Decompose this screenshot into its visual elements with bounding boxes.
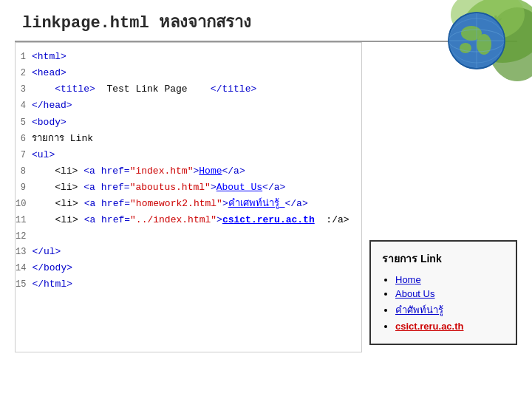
link-item[interactable]: csict.reru.ac.th [395,321,464,332]
code-line: 8 <li> <a href="index.htm">Home</a> [16,163,361,180]
code-line: 3 <title> Test Link Page </title> [16,81,361,98]
code-line: 6รายการ Link [16,131,361,147]
code-text: <li> <a href="../index.html">csict.reru.… [32,213,349,228]
line-number: 1 [16,50,32,64]
line-number: 11 [16,214,32,228]
code-text: <head> [32,66,66,81]
right-panel: รายการ Link HomeAbout Usคำศัพท์น่ารู้csi… [369,42,517,352]
code-line: 10 <li> <a href="homework2.html">คำเศพท์… [16,196,361,212]
line-number: 4 [16,99,32,113]
code-text: <html> [32,50,66,64]
code-line: 7<ul> [16,147,361,163]
code-text: </body> [32,261,72,276]
link-list: HomeAbout Usคำศัพท์น่ารู้csict.reru.ac.t… [382,274,505,332]
link-item[interactable]: คำศัพท์น่ารู้ [395,304,443,316]
code-line: 9 <li> <a href="aboutus.html">About Us</… [16,180,361,196]
line-number: 13 [16,245,32,259]
code-text: รายการ Link [32,132,93,146]
code-text: <title> Test Link Page </title> [32,82,256,97]
code-text: <li> <a href="homework2.html">คำเศพท์น่า… [32,197,307,211]
code-text: </ul> [32,245,61,259]
globe-icon [414,0,532,89]
code-line: 13</ul> [16,244,361,260]
line-number: 3 [16,83,32,97]
code-line: 4</head> [16,98,361,114]
line-number: 6 [16,132,32,146]
code-text: <body> [32,115,66,130]
code-text: </html> [32,277,72,292]
code-line: 14</body> [16,260,361,276]
list-item: About Us [395,288,505,299]
list-item: csict.reru.ac.th [395,321,505,332]
code-line: 12 [16,229,361,245]
line-number: 2 [16,66,32,81]
main-content: 1<html>2<head>3 <title> Test Link Page <… [0,42,532,360]
code-line: 2<head> [16,65,361,81]
code-text: <li> <a href="index.htm">Home</a> [32,164,245,179]
code-line: 15</html> [16,276,361,293]
line-number: 12 [16,230,32,244]
list-item: Home [395,274,505,285]
line-number: 5 [16,116,32,130]
code-line: 5<body> [16,115,361,131]
link-item[interactable]: Home [395,274,421,285]
line-number: 9 [16,181,32,195]
line-number: 15 [16,278,32,292]
page-title: linkpage.html หลงจากสราง [22,9,469,35]
link-item[interactable]: About Us [395,288,434,299]
line-number: 10 [16,197,32,211]
code-text: </head> [32,98,72,113]
line-number: 8 [16,165,32,179]
line-number: 7 [16,149,32,163]
line-number: 14 [16,262,32,276]
page-container: linkpage.html หลงจากสราง Link 1< [0,0,532,399]
code-panel: 1<html>2<head>3 <title> Test Link Page <… [15,42,362,352]
list-item: คำศัพท์น่ารู้ [395,302,505,318]
code-text: <ul> [32,148,55,163]
code-line: 1<html> [16,49,361,65]
code-text: <li> <a href="aboutus.html">About Us</a> [32,180,285,195]
link-result-title: รายการ Link [382,250,505,267]
code-line: 11 <li> <a href="../index.html">csict.re… [16,212,361,228]
link-result-box: รายการ Link HomeAbout Usคำศัพท์น่ารู้csi… [369,240,517,345]
